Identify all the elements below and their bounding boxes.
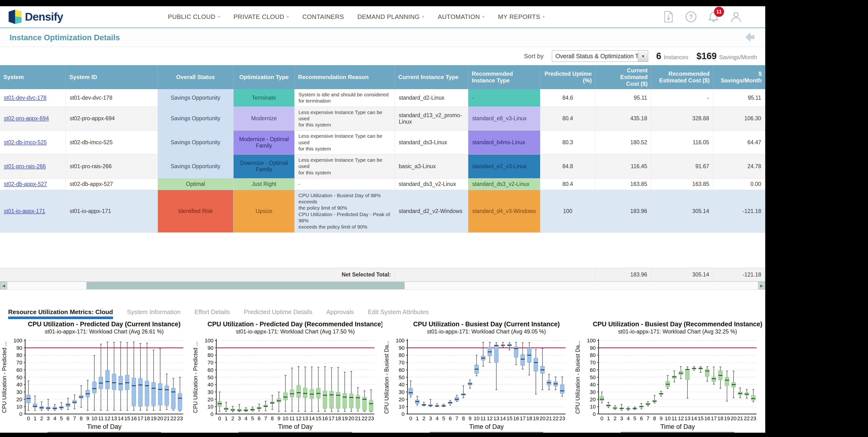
tab-effort-details[interactable]: Effort Details <box>194 308 230 319</box>
system-cell: st01-pro-rais-266 <box>0 155 66 179</box>
table-row[interactable]: st01-io-appx-171st01-io-appx-171Identifi… <box>0 190 765 232</box>
tab-system-information[interactable]: System Information <box>127 308 181 319</box>
densify-logo[interactable]: Densify <box>9 9 109 24</box>
table-row[interactable]: st02-pro-appx-694st02-pro-appx-694Saving… <box>0 106 765 131</box>
system-link[interactable]: st01-pro-rais-266 <box>4 163 46 169</box>
menu-item-label: CONTAINERS <box>302 13 344 21</box>
scroll-left-arrow[interactable]: ◀ <box>0 282 7 289</box>
box <box>112 374 116 390</box>
select-arrow-icon[interactable]: ▼ <box>638 51 648 62</box>
svg-text:90: 90 <box>17 345 22 351</box>
menu-item-automation[interactable]: AUTOMATION▾ <box>438 13 485 21</box>
system-link[interactable]: st01-dev-dvc-178 <box>4 95 46 101</box>
recommendation-reason-cell: Less expensive Instance Type can be used… <box>294 106 395 131</box>
menu-item-containers[interactable]: CONTAINERS <box>302 13 344 21</box>
scroll-right-arrow[interactable]: ▶ <box>758 282 765 289</box>
tab-predicted-uptime-details[interactable]: Predicted Uptime Details <box>244 308 312 319</box>
help-icon[interactable]: ? <box>685 10 697 23</box>
overall-status-cell: Identified Risk <box>158 190 233 232</box>
svg-text:20: 20 <box>399 397 405 403</box>
column-header[interactable]: Recommended Instance Type <box>468 65 540 89</box>
svg-text:1: 1 <box>225 415 227 422</box>
current-instance-type-cell: standard_ds3_v2-Linux <box>395 178 468 190</box>
chart-title: CPU Utilization - Busiest Day (Current I… <box>413 320 560 328</box>
optimization-type-cell: Terminate <box>233 89 294 106</box>
column-header[interactable]: Overall Status <box>158 65 233 89</box>
svg-text:8: 8 <box>80 415 83 422</box>
svg-text:15: 15 <box>124 415 130 422</box>
system-link[interactable]: st01-io-appx-171 <box>4 208 45 214</box>
svg-text:10: 10 <box>474 415 479 422</box>
chart-legend: Min/MaxSustained ActivityHigh Limit: 90 <box>621 432 737 433</box>
y-axis-title: CPU Utilization - Predicted ... <box>1 342 7 413</box>
current-cost-cell: 95.11 <box>595 89 651 106</box>
column-header[interactable]: Optimization Type <box>233 65 294 89</box>
svg-text:8: 8 <box>462 415 465 422</box>
column-header[interactable]: Current EstimatedCost ($) <box>595 65 651 89</box>
svg-text:20: 20 <box>731 415 737 422</box>
x-axis-title: Time of Day <box>469 423 504 430</box>
svg-text:15: 15 <box>315 415 321 422</box>
system-link[interactable]: st02-db-appx-527 <box>4 181 47 187</box>
savings-cell: 106.30 <box>713 106 765 131</box>
column-header[interactable]: Current Instance Type <box>395 65 468 89</box>
box <box>119 376 123 391</box>
column-header[interactable]: Recommendation Reason <box>294 65 395 89</box>
notifications-bell-icon[interactable]: 11 <box>707 10 720 23</box>
svg-text:40: 40 <box>399 382 405 388</box>
back-button[interactable] <box>743 31 756 44</box>
svg-text:0: 0 <box>20 411 22 417</box>
svg-text:2: 2 <box>423 415 425 422</box>
menu-item-private-cloud[interactable]: PRIVATE CLOUD▾ <box>234 13 289 21</box>
column-header[interactable]: Predicted Uptime (%) <box>540 65 595 89</box>
box <box>138 378 143 406</box>
column-header[interactable]: System ID <box>66 65 158 89</box>
column-header[interactable]: System <box>0 65 66 89</box>
menu-item-my-reports[interactable]: MY REPORTS▾ <box>498 13 545 21</box>
scrollbar-thumb[interactable] <box>87 282 405 289</box>
table-row[interactable]: st02-db-appx-527st02-db-appx-527OptimalJ… <box>0 178 765 190</box>
svg-text:23: 23 <box>177 415 183 422</box>
table-horizontal-scrollbar[interactable]: ◀ ▶ <box>0 282 765 290</box>
recommended-instance-type-cell: standard_d4_v3-Windows <box>468 190 540 232</box>
table-row[interactable]: st01-dev-dvc-178st01-dev-dvc-178Savings … <box>0 89 765 106</box>
table-row[interactable]: st02-db-imco-525st02-db-imco-525Savings … <box>0 131 765 155</box>
chevron-down-icon: ▾ <box>218 14 220 20</box>
svg-text:90: 90 <box>399 345 405 351</box>
menu-item-public-cloud[interactable]: PUBLIC CLOUD▾ <box>168 13 220 21</box>
svg-text:20: 20 <box>590 397 596 403</box>
tab-approvals[interactable]: Approvals <box>326 308 354 319</box>
svg-text:22: 22 <box>744 415 750 422</box>
column-header[interactable]: $ Savings/Month <box>713 65 765 89</box>
svg-text:9: 9 <box>86 415 89 422</box>
tab-resource-utilization-metrics-cloud[interactable]: Resource Utilization Metrics: Cloud <box>8 308 113 319</box>
system-link[interactable]: st02-db-imco-525 <box>4 139 47 146</box>
svg-text:1: 1 <box>607 415 610 422</box>
system-link[interactable]: st02-pro-appx-694 <box>4 115 49 122</box>
menu-item-demand-planning[interactable]: DEMAND PLANNING▾ <box>358 13 425 21</box>
svg-text:50: 50 <box>399 374 405 380</box>
y-axis-title: CPU Utilization - Busiest Da... <box>575 341 581 414</box>
svg-text:10: 10 <box>208 404 213 410</box>
svg-text:10: 10 <box>399 404 405 410</box>
export-document-icon[interactable] <box>662 10 675 23</box>
svg-text:0: 0 <box>402 411 405 417</box>
chart-legend: Min/MaxSustained ActivityHigh Limit: 90 <box>48 432 164 433</box>
sort-select[interactable]: Overall Status & Optimization Type ▼ <box>552 50 648 62</box>
svg-text:21: 21 <box>164 415 169 422</box>
table-row[interactable]: st01-pro-rais-266st01-pro-rais-266Saving… <box>0 155 765 179</box>
user-icon[interactable] <box>730 10 742 23</box>
sort-select-value: Overall Status & Optimization Type <box>552 53 638 60</box>
predicted-uptime-cell: 84.8 <box>540 155 595 179</box>
svg-text:9: 9 <box>468 415 471 422</box>
tab-edit-system-attributes[interactable]: Edit System Attributes <box>368 308 429 319</box>
svg-text:20: 20 <box>17 397 22 403</box>
recommended-cost-cell: 116.05 <box>651 131 713 155</box>
column-header[interactable]: RecommendedEstimated Cost ($) <box>651 65 713 89</box>
current-instance-type-cell: standard_d2_v2-Windows <box>395 190 468 232</box>
sort-label: Sort by <box>524 53 544 60</box>
svg-text:19: 19 <box>533 415 539 422</box>
overall-status-cell: Optimal <box>158 178 233 190</box>
svg-text:70: 70 <box>17 360 22 366</box>
svg-text:12: 12 <box>678 415 684 422</box>
